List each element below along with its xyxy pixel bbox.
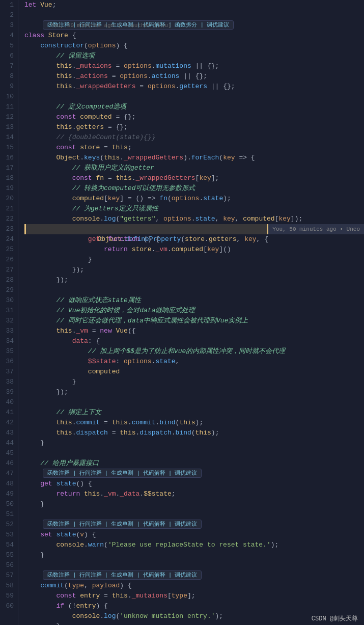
code-line-38: }); xyxy=(24,387,364,397)
action-opt-suggest-3[interactable]: 调优建议 xyxy=(175,520,197,529)
action-gen-test-2[interactable]: 生成单测 xyxy=(111,469,133,478)
code-line-56: if (!entry) { xyxy=(24,601,364,611)
code-line-52: } xyxy=(24,550,364,560)
code-line-12: this.getters = {}; xyxy=(24,122,364,132)
action-opt-suggest[interactable]: 调优建议 xyxy=(207,20,229,30)
code-line-33: data: { xyxy=(24,336,364,346)
code-line-42: this.dispatch = this.dispatch.bind(this)… xyxy=(24,428,364,438)
action-line-comment-4[interactable]: 行间注释 xyxy=(79,570,102,580)
code-line-40: // 绑定上下文 xyxy=(24,407,364,418)
code-line-34: // 加上两个$$是为了防止和vue的内部属性冲突，同时就不会代理 xyxy=(24,346,364,357)
action-func-comment-3[interactable]: 函数注释 xyxy=(47,520,70,529)
code-line-48: } xyxy=(24,499,364,509)
code-line-11: const computed = {}; xyxy=(24,112,364,122)
code-line-41: this.commit = this.commit.bind(this); xyxy=(24,418,364,428)
brand-text: CSDN @刺头天尊 xyxy=(312,615,358,622)
code-line-51: console.warn('Please use replaceState to… xyxy=(24,540,364,550)
code-line-22: Object.defineProperty(store.getters, key… xyxy=(24,224,364,234)
code-line-3: class Store { xyxy=(24,31,364,41)
git-blame-22: You, 50 minutes ago • Unco xyxy=(267,224,364,234)
code-line-55: const entry = this._mutaions[type]; xyxy=(24,591,364,601)
bottom-bar: CSDN @刺头天尊 xyxy=(305,612,364,625)
code-line-26: }); xyxy=(24,265,364,275)
code-line-10: // 定义computed选项 xyxy=(24,102,364,112)
code-line-19: computed[key] = () => fn(options.state); xyxy=(24,194,364,204)
code-line-27: }); xyxy=(24,275,364,285)
code-line-13: // {doubleCount(state){}} xyxy=(24,132,364,143)
action-gen-test-4[interactable]: 生成单测 xyxy=(111,570,133,580)
code-line-20: // 为getters定义只读属性 xyxy=(24,204,364,214)
action-code-explain-2[interactable]: 代码解释 xyxy=(143,469,165,478)
code-line-35: $$state: options.state, xyxy=(24,357,364,367)
code-line-6: this._mutaions = options.mutations || {}… xyxy=(24,61,364,71)
code-line-30: // Vue初始化的时候，会对data做响应式处理 xyxy=(24,306,364,316)
action-code-explain-3[interactable]: 代码解释 xyxy=(143,520,165,529)
action-row-45[interactable]: 函数注释 | 行间注释 | 生成单测 | 代码解释 | 调优建议 xyxy=(43,469,202,478)
code-line-4: constructor(options) { xyxy=(24,41,364,51)
action-func-comment-2[interactable]: 函数注释 xyxy=(47,469,70,478)
code-line-46: get state() { xyxy=(24,479,364,489)
code-line-50: set state(v) { xyxy=(24,530,364,540)
code-line-15: Object.keys(this._wrappedGetters).forEac… xyxy=(24,153,364,163)
code-line-9 xyxy=(24,92,364,102)
action-func-comment-4[interactable]: 函数注释 xyxy=(47,570,70,580)
git-info: You, 50 minutes ago | 1 author (You) xyxy=(50,22,172,29)
code-editor: 1 2 3 4 5 6 7 8 9 10 11 12 13 14 15 16 1… xyxy=(0,0,364,625)
code-line-49 xyxy=(24,509,364,520)
code-line-45: // 给用户暴露接口 xyxy=(24,458,364,469)
code-line-32: this._vm = new Vue({ xyxy=(24,326,364,336)
code-line-24: return store._vm.computed[key]() xyxy=(24,244,364,255)
code-line-17: const fn = this._wrappedGetters[key]; xyxy=(24,173,364,183)
code-line-1: let Vue; xyxy=(24,0,364,10)
action-gen-test-3[interactable]: 生成单测 xyxy=(111,520,133,529)
code-line-23: get: function () { xyxy=(24,234,364,244)
code-line-44 xyxy=(24,448,364,458)
action-row-54[interactable]: 函数注释 | 行间注释 | 生成单测 | 代码解释 | 调优建议 xyxy=(43,570,202,580)
code-line-29: // 做响应式状态state属性 xyxy=(24,295,364,306)
code-line-21: console.log("getters", options.state, ke… xyxy=(24,214,364,224)
code-line-28 xyxy=(24,285,364,295)
code-line-14: const store = this; xyxy=(24,143,364,153)
action-line-comment-3[interactable]: 行间注释 xyxy=(79,520,102,529)
code-line-54: commit(type, payload) { xyxy=(24,581,364,591)
code-line-2: You, 50 minutes ago | 1 author (You) xyxy=(24,10,364,20)
code-line-18: // 转换为computed可以使用无参数形式 xyxy=(24,183,364,194)
code-lines: let Vue; You, 50 minutes ago | 1 author … xyxy=(18,0,364,625)
action-line-comment-2[interactable]: 行间注释 xyxy=(79,469,102,478)
code-line-16: // 获取用户定义的getter xyxy=(24,163,364,173)
line-numbers: 1 2 3 4 5 6 7 8 9 10 11 12 13 14 15 16 1… xyxy=(0,0,18,625)
code-line-25: } xyxy=(24,255,364,265)
action-opt-suggest-2[interactable]: 调优建议 xyxy=(175,469,197,478)
action-opt-suggest-4[interactable]: 调优建议 xyxy=(175,570,197,580)
code-line-53 xyxy=(24,560,364,570)
code-line-47: return this._vm._data.$$state; xyxy=(24,489,364,499)
code-line-5: // 保留选项 xyxy=(24,51,364,61)
code-line-31: // 同时它还会做代理，data中响应式属性会被代理到Vue实例上 xyxy=(24,316,364,326)
code-line-36: computed xyxy=(24,367,364,377)
action-code-explain-4[interactable]: 代码解释 xyxy=(143,570,165,580)
code-line-37: } xyxy=(24,377,364,387)
action-func-split[interactable]: 函数拆分 xyxy=(175,20,197,30)
code-line-43: } xyxy=(24,438,364,448)
action-row-50[interactable]: 函数注释 | 行间注释 | 生成单测 | 代码解释 | 调优建议 xyxy=(43,520,202,529)
code-line-7: this._actions = options.actions || {}; xyxy=(24,71,364,81)
code-line-39 xyxy=(24,397,364,407)
code-line-8: this._wrappedGetters = options.getters |… xyxy=(24,81,364,92)
